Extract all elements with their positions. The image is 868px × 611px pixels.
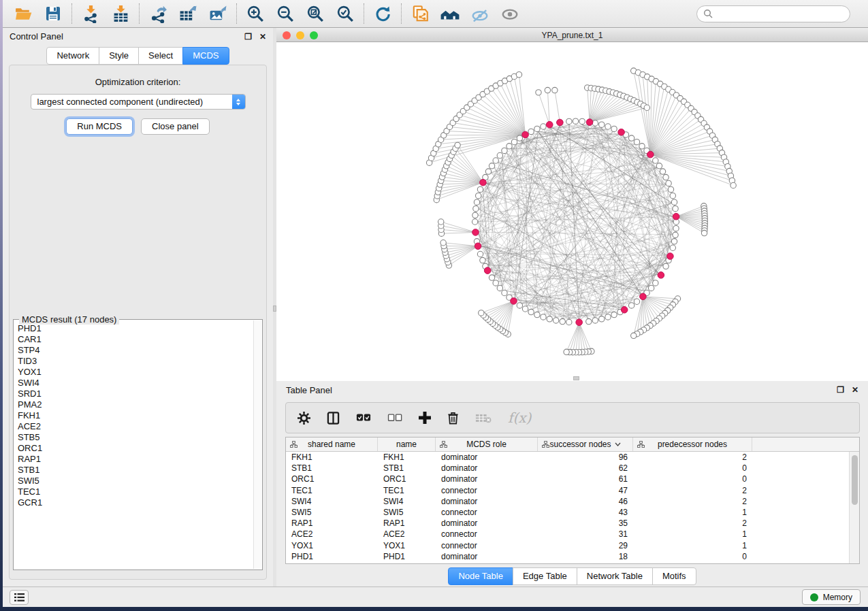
graph-node[interactable]: [553, 318, 558, 323]
mcds-list-scrollbar[interactable]: [253, 320, 261, 569]
mcds-node[interactable]: [472, 229, 479, 236]
import-table-button[interactable]: [106, 2, 135, 25]
mcds-node[interactable]: [586, 119, 593, 126]
graph-node[interactable]: [493, 280, 498, 286]
cell-name[interactable]: PHD1: [378, 552, 436, 561]
cell-shared-name[interactable]: YOX1: [286, 541, 378, 550]
graph-node[interactable]: [517, 303, 522, 308]
cell-shared-name[interactable]: TEC1: [286, 486, 378, 495]
cell-name[interactable]: FKH1: [378, 452, 436, 462]
cell-predecessor-nodes[interactable]: 0: [633, 552, 752, 561]
cell-successor-nodes[interactable]: 96: [538, 452, 633, 462]
mcds-node[interactable]: [484, 267, 491, 274]
mcds-result-item[interactable]: ACE2: [18, 421, 253, 432]
mcds-node[interactable]: [475, 243, 481, 250]
graph-node[interactable]: [634, 299, 639, 304]
close-window-icon[interactable]: [283, 31, 291, 39]
mcds-result-item[interactable]: GCR1: [18, 497, 253, 508]
mcds-node[interactable]: [557, 119, 564, 126]
graph-node[interactable]: [611, 312, 617, 317]
graph-node[interactable]: [605, 314, 611, 320]
cell-name[interactable]: ORC1: [378, 474, 436, 484]
cell-predecessor-nodes[interactable]: 2: [633, 497, 752, 506]
show-all-button[interactable]: [495, 2, 525, 25]
graph-node[interactable]: [547, 316, 552, 322]
tab-mcds[interactable]: MCDS: [182, 47, 229, 65]
cell-successor-nodes[interactable]: 47: [538, 486, 633, 495]
mcds-node[interactable]: [647, 151, 654, 158]
graph-node[interactable]: [534, 126, 540, 131]
table-scrollbar-thumb[interactable]: [852, 455, 858, 505]
cell-mcds-role[interactable]: dominator: [436, 518, 538, 528]
graph-node[interactable]: [628, 135, 634, 141]
graph-node[interactable]: [673, 205, 678, 211]
network-window-titlebar[interactable]: YPA_prune.txt_1: [276, 29, 868, 42]
cell-predecessor-nodes[interactable]: 2: [633, 486, 752, 495]
float-table-panel-icon[interactable]: ❐: [837, 386, 844, 394]
graph-node[interactable]: [611, 126, 617, 131]
mcds-result-item[interactable]: YOX1: [18, 367, 253, 378]
graph-node[interactable]: [489, 275, 494, 280]
mcds-node[interactable]: [640, 293, 647, 300]
graph-leaf-node[interactable]: [730, 182, 736, 188]
cell-predecessor-nodes[interactable]: 1: [633, 529, 752, 539]
table-tab-edge-table[interactable]: Edge Table: [513, 567, 577, 585]
cell-mcds-role[interactable]: connector: [436, 508, 538, 517]
graph-node[interactable]: [670, 245, 675, 250]
duplicate-network-button[interactable]: [405, 2, 435, 25]
graph-node[interactable]: [673, 232, 678, 237]
mcds-result-item[interactable]: STP4: [18, 345, 253, 356]
create-column-button[interactable]: [419, 412, 431, 424]
column-visibility-button[interactable]: [327, 412, 340, 425]
tab-network[interactable]: Network: [46, 47, 99, 65]
table-row-fkh1[interactable]: FKH1FKH1dominator962: [286, 452, 859, 463]
graph-node[interactable]: [485, 169, 491, 174]
memory-button[interactable]: Memory: [802, 589, 861, 605]
mcds-result-item[interactable]: TID3: [18, 356, 253, 367]
cell-predecessor-nodes[interactable]: 0: [633, 463, 752, 473]
graph-node[interactable]: [668, 186, 673, 192]
graph-node[interactable]: [592, 120, 598, 126]
graph-node[interactable]: [472, 219, 477, 225]
save-session-button[interactable]: [38, 2, 68, 25]
cell-mcds-role[interactable]: dominator: [436, 474, 538, 484]
horizontal-splitter-grip[interactable]: [573, 376, 579, 380]
export-network-button[interactable]: [143, 2, 173, 25]
table-row-swi4[interactable]: SWI4SWI4dominator462: [286, 496, 859, 507]
graph-node[interactable]: [671, 239, 677, 244]
mcds-node[interactable]: [576, 319, 583, 326]
cell-successor-nodes[interactable]: 18: [538, 552, 633, 561]
table-row-ace2[interactable]: ACE2ACE2connector311: [286, 529, 859, 540]
graph-node[interactable]: [528, 129, 534, 134]
cell-name[interactable]: SWI4: [378, 497, 436, 506]
cell-predecessor-nodes[interactable]: 2: [633, 452, 752, 462]
graph-node[interactable]: [476, 193, 481, 199]
graph-node[interactable]: [502, 148, 507, 153]
graph-leaf-node[interactable]: [552, 87, 558, 93]
minimize-window-icon[interactable]: [296, 31, 304, 39]
graph-leaf-node[interactable]: [644, 105, 649, 110]
graph-node[interactable]: [507, 144, 512, 149]
column-header-shared-name[interactable]: shared name: [286, 437, 378, 451]
graph-node[interactable]: [497, 152, 502, 158]
table-settings-button[interactable]: [298, 412, 310, 425]
network-graph[interactable]: [276, 42, 868, 381]
delete-table-button[interactable]: [475, 413, 492, 423]
import-network-button[interactable]: [76, 2, 106, 25]
graph-node[interactable]: [660, 169, 665, 174]
cell-mcds-role[interactable]: connector: [436, 486, 538, 495]
tab-style[interactable]: Style: [99, 47, 139, 65]
mcds-node[interactable]: [618, 129, 625, 135]
graph-node[interactable]: [599, 316, 605, 322]
graph-node[interactable]: [663, 174, 669, 180]
graph-node[interactable]: [480, 257, 485, 263]
close-panel-button[interactable]: Close panel: [141, 118, 210, 135]
cell-shared-name[interactable]: STB1: [286, 463, 378, 473]
graph-node[interactable]: [472, 212, 478, 218]
graph-node[interactable]: [592, 318, 598, 323]
select-all-button[interactable]: [356, 413, 371, 423]
table-tab-node-table[interactable]: Node Table: [448, 567, 513, 585]
maximize-window-icon[interactable]: [310, 31, 318, 39]
table-tab-network-table[interactable]: Network Table: [577, 567, 653, 585]
cell-mcds-role[interactable]: dominator: [436, 497, 538, 506]
